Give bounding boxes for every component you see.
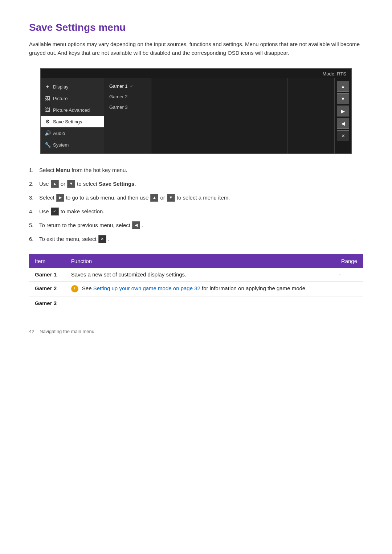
instruction-3: 3. Select ▶ to go to a sub menu, and the… [29,193,363,202]
table-header-function: Function [65,254,333,268]
instruction-2-num: 2. [29,180,39,188]
osd-menu-display[interactable]: ✦ Display [41,81,104,93]
table-cell-gamer1-range: - [333,268,363,282]
osd-menu-audio[interactable]: 🔊 Audio [41,127,104,139]
table-header-row: Item Function Range [29,254,363,268]
osd-close-button[interactable]: ✕ [337,130,349,141]
instruction-4-num: 4. [29,207,39,216]
up-arrow-btn-2: ▲ [51,180,59,188]
osd-menu-picture-label: Picture [53,96,68,101]
osd-menu-save-settings[interactable]: ⚙ Save Settings [41,116,104,127]
osd-sub-gamer2[interactable]: Gamer 2 [104,91,151,102]
instruction-4-text-2: to make selection. [61,207,105,216]
instruction-3-num: 3. [29,193,39,202]
osd-menu-save-settings-label: Save Settings [53,119,82,124]
osd-menu-column: ✦ Display 🖼 Picture 🖼 Picture Advanced ⚙… [41,78,104,153]
instruction-6-content: To exit the menu, select ✕ . [39,235,110,243]
instruction-6: 6. To exit the menu, select ✕ . [29,235,363,243]
instructions-list: 1. Select Menu from the hot key menu. 2.… [29,166,363,243]
osd-mode-bar: Mode: RTS [41,69,351,78]
osd-menu-system-label: System [53,142,69,148]
x-btn-6: ✕ [98,235,106,243]
table-row-gamer3: Gamer 3 [29,296,363,310]
instruction-2-text-2: to select Save Settings. [77,180,136,188]
osd-left-button[interactable]: ◀ [337,118,349,129]
osd-detail-column [151,78,287,153]
instruction-2-text-1: Use [39,180,49,188]
osd-sub-column: Gamer 1 ✓ Gamer 2 Gamer 3 [104,78,151,153]
footer-page-num: 42 [29,329,34,334]
instruction-4-content: Use ✓ to make selection. [39,207,105,216]
table-cell-gamer2-function-text: See Setting up your own game mode on pag… [82,285,307,291]
osd-menu-audio-label: Audio [53,131,65,136]
instruction-2: 2. Use ▲ or ▼ to select Save Settings. [29,180,363,188]
osd-up-button[interactable]: ▲ [337,81,349,92]
osd-extra-column [287,78,335,153]
osd-sub-gamer2-label: Gamer 2 [109,94,128,99]
picture-icon: 🖼 [44,95,51,102]
table-header-range: Range [333,254,363,268]
right-arrow-btn-3: ▶ [56,194,64,202]
table-cell-gamer3-range [333,296,363,310]
table-cell-gamer2-range [333,282,363,296]
table-header-item: Item [29,254,65,268]
table-cell-gamer3-function [65,296,333,310]
system-icon: 🔧 [44,141,51,148]
down-arrow-btn-2: ▼ [67,180,75,188]
instruction-1: 1. Select Menu from the hot key menu. [29,166,363,175]
osd-menu-system[interactable]: 🔧 System [41,139,104,151]
check-btn-4: ✓ [51,208,59,216]
osd-monitor-ui: Mode: RTS ✦ Display 🖼 Picture 🖼 Picture … [40,68,352,154]
picture-advanced-icon: 🖼 [44,107,51,113]
down-arrow-btn-3: ▼ [167,194,175,202]
table-row-gamer1: Gamer 1 Saves a new set of customized di… [29,268,363,282]
instruction-6-text-1: To exit the menu, select [39,235,97,243]
audio-icon: 🔊 [44,130,51,136]
osd-down-button[interactable]: ▼ [337,93,349,104]
osd-sub-gamer3[interactable]: Gamer 3 [104,102,151,112]
check-icon: ✓ [130,84,133,89]
left-arrow-btn-5: ◀ [132,221,140,229]
osd-menu-picture-advanced[interactable]: 🖼 Picture Advanced [41,104,104,116]
instruction-3-text-1: Select [39,193,54,202]
osd-buttons-column: ▲ ▼ ▶ ◀ ✕ [335,78,351,153]
osd-menu-display-label: Display [53,84,69,90]
footer-nav-text: Navigating the main menu [40,329,94,334]
instruction-3-text-2: to go to a sub menu, and then use [66,193,149,202]
instruction-1-text: Select Menu from the hot key menu. [39,166,127,175]
table-cell-gamer2-function: ! See Setting up your own game mode on p… [65,282,333,296]
instruction-1-num: 1. [29,166,39,175]
note-icon: ! [71,285,78,292]
osd-sub-gamer1[interactable]: Gamer 1 ✓ [104,81,151,91]
save-settings-icon: ⚙ [44,118,51,125]
instruction-4: 4. Use ✓ to make selection. [29,207,363,216]
osd-right-button[interactable]: ▶ [337,106,349,116]
instruction-5-num: 5. [29,221,39,230]
page-title: Save Settings menu [29,22,363,33]
instruction-1-content: Select Menu from the hot key menu. [39,166,127,175]
instruction-5: 5. To return to the previous menu, selec… [29,221,363,230]
intro-paragraph: Available menu options may vary dependin… [29,40,363,57]
osd-sub-gamer3-label: Gamer 3 [109,104,128,110]
osd-sub-gamer1-label: Gamer 1 [109,83,128,89]
instruction-5-text-1: To return to the previous menu, select [39,221,130,230]
instruction-3-or: or [160,193,165,202]
instruction-5-text-2: . [142,221,143,230]
instruction-3-text-3: to select a menu item. [177,193,230,202]
page-footer: 42 Navigating the main menu [29,325,363,334]
table-cell-gamer1-item: Gamer 1 [29,268,65,282]
table-cell-gamer3-item: Gamer 3 [29,296,65,310]
instruction-2-content: Use ▲ or ▼ to select Save Settings. [39,180,136,188]
table-cell-gamer1-function: Saves a new set of customized display se… [65,268,333,282]
instruction-6-num: 6. [29,235,39,243]
table-row-gamer2: Gamer 2 ! See Setting up your own game m… [29,282,363,296]
display-icon: ✦ [44,83,51,90]
instruction-3-content: Select ▶ to go to a sub menu, and then u… [39,193,230,202]
osd-menu-picture-advanced-label: Picture Advanced [53,107,90,113]
table-cell-gamer2-item: Gamer 2 [29,282,65,296]
instruction-4-text-1: Use [39,207,49,216]
up-arrow-btn-3: ▲ [150,194,158,202]
game-mode-link[interactable]: Setting up your own game mode on page 32 [93,285,200,291]
instruction-2-or: or [61,180,65,188]
osd-menu-picture[interactable]: 🖼 Picture [41,93,104,104]
